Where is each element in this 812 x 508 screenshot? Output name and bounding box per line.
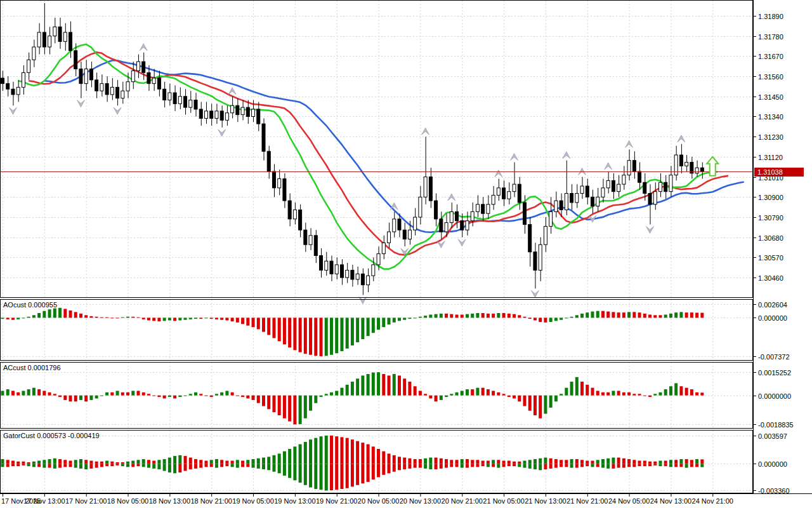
svg-text:1.31670: 1.31670: [758, 53, 783, 60]
alligator-lips-line: [18, 44, 718, 269]
svg-text:1.31340: 1.31340: [758, 113, 783, 121]
svg-text:20 Nov 21:00: 20 Nov 21:00: [442, 497, 483, 505]
gator-histogram: [1, 436, 704, 491]
ao-indicator-label: AOcust 0.000955: [3, 301, 57, 309]
svg-text:17 Nov 21:00: 17 Nov 21:00: [65, 497, 107, 505]
svg-text:17 Nov 13:00: 17 Nov 13:00: [23, 497, 65, 505]
svg-text:1.31230: 1.31230: [758, 133, 783, 141]
ac-indicator-label: ACcust 0.0001796: [3, 364, 61, 371]
time-axis: 17 Nov 202517 Nov 13:0017 Nov 21:0018 No…: [1, 493, 733, 505]
svg-text:0.000000: 0.000000: [758, 460, 787, 468]
svg-text:1.31450: 1.31450: [758, 93, 783, 101]
svg-text:21 Nov 05:00: 21 Nov 05:00: [483, 497, 524, 505]
svg-text:19 Nov 21:00: 19 Nov 21:00: [316, 497, 357, 505]
svg-text:-0.0018835: -0.0018835: [758, 421, 794, 429]
svg-text:0.003597: 0.003597: [758, 432, 787, 440]
svg-text:19 Nov 13:00: 19 Nov 13:00: [274, 497, 315, 505]
svg-text:18 Nov 21:00: 18 Nov 21:00: [190, 497, 232, 505]
svg-text:20 Nov 13:00: 20 Nov 13:00: [400, 497, 441, 505]
svg-text:19 Nov 05:00: 19 Nov 05:00: [232, 497, 273, 505]
svg-text:1.30790: 1.30790: [758, 214, 783, 222]
candles-layer: [1, 3, 704, 295]
svg-text:1.31780: 1.31780: [758, 33, 783, 41]
svg-text:24 Nov 05:00: 24 Nov 05:00: [608, 497, 650, 505]
svg-text:24 Nov 21:00: 24 Nov 21:00: [692, 497, 733, 505]
svg-text:1.31560: 1.31560: [758, 73, 783, 81]
svg-text:1.31120: 1.31120: [758, 154, 783, 161]
svg-text:1.30570: 1.30570: [758, 254, 783, 262]
svg-text:1.30680: 1.30680: [758, 234, 783, 242]
svg-text:24 Nov 13:00: 24 Nov 13:00: [650, 497, 691, 505]
gator-indicator-label: GatorCust 0.000573 -0.000419: [3, 432, 100, 439]
svg-text:-0.003360: -0.003360: [758, 487, 790, 495]
svg-text:0.002604: 0.002604: [758, 301, 787, 309]
ac-histogram: [1, 372, 704, 424]
svg-text:0.000000: 0.000000: [758, 314, 787, 322]
svg-text:1.31890: 1.31890: [758, 13, 783, 20]
grid-lines: [1, 1, 752, 493]
price-axis: 1.318901.317801.316701.315601.314501.313…: [753, 13, 794, 495]
svg-text:-0.007372: -0.007372: [758, 353, 790, 361]
svg-text:18 Nov 13:00: 18 Nov 13:00: [149, 497, 190, 505]
ao-histogram: [1, 308, 704, 356]
chart-canvas[interactable]: 1.318901.317801.316701.315601.314501.313…: [0, 0, 812, 508]
svg-text:21 Nov 13:00: 21 Nov 13:00: [525, 497, 566, 505]
svg-text:0.0000000: 0.0000000: [758, 392, 791, 400]
svg-text:18 Nov 05:00: 18 Nov 05:00: [107, 497, 148, 505]
svg-text:1.30460: 1.30460: [758, 274, 783, 282]
svg-text:1.30900: 1.30900: [758, 194, 783, 201]
svg-text:0.0015252: 0.0015252: [758, 369, 791, 377]
svg-text:20 Nov 05:00: 20 Nov 05:00: [358, 497, 399, 505]
current-price-badge: 1.31038: [754, 168, 804, 177]
svg-text:21 Nov 21:00: 21 Nov 21:00: [566, 497, 608, 505]
mt-chart-window: 1.318901.317801.316701.315601.314501.313…: [0, 0, 812, 508]
